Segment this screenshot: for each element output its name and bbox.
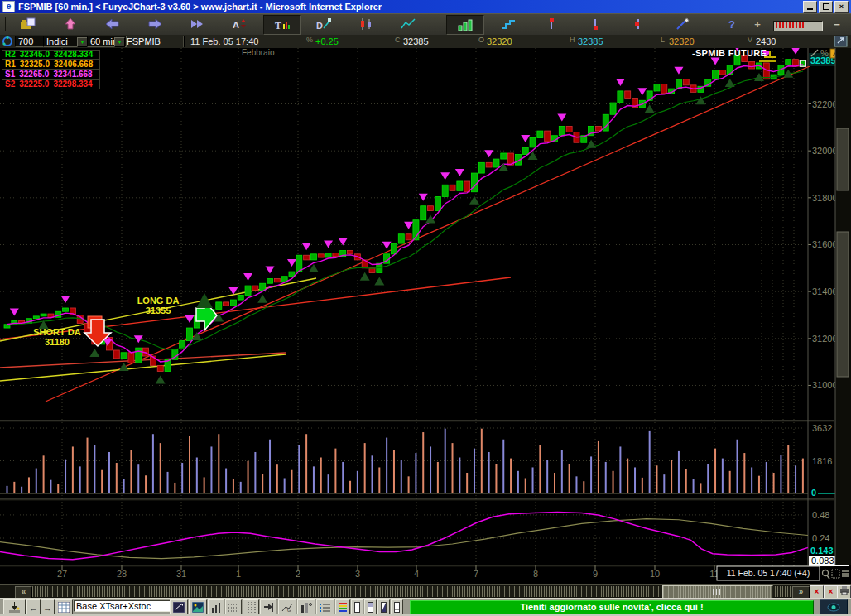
application-window: e FSPMIB [60 min.] < FuryoJChart-3 v3.60… bbox=[0, 0, 851, 616]
svg-text:31800: 31800 bbox=[812, 193, 838, 203]
double-arrow-icon bbox=[189, 17, 205, 31]
scrollbar-prev-button[interactable]: « bbox=[15, 586, 32, 599]
bar-chart-icon bbox=[456, 18, 474, 31]
open-chart-button[interactable] bbox=[10, 15, 46, 33]
template-combo-input[interactable] bbox=[74, 600, 171, 612]
arrow-into-icon bbox=[263, 602, 273, 613]
scroll-right-button[interactable] bbox=[137, 15, 173, 33]
text-indicator-button[interactable]: T bbox=[263, 15, 301, 35]
legend-row-s1: S132265.032341.668 bbox=[2, 70, 100, 79]
svg-text:9: 9 bbox=[593, 569, 598, 579]
thumb-grip-icon bbox=[713, 589, 723, 595]
news-banner-link[interactable]: Tieniti aggiornato sulle novita', clicca… bbox=[410, 600, 814, 614]
right-arrow-icon bbox=[147, 17, 163, 31]
scroll-left-button[interactable] bbox=[94, 15, 131, 33]
panel-outline-icon bbox=[354, 602, 360, 613]
pivot-legend: R232345.032428.334 R132325.032406.668 S1… bbox=[2, 50, 100, 89]
zoom-in-button[interactable]: + bbox=[745, 15, 770, 33]
bottom-toolbar: ← → G Ti bbox=[0, 598, 851, 615]
minimize-button[interactable] bbox=[803, 1, 817, 13]
expand-icon[interactable] bbox=[834, 36, 848, 47]
close-value: 32385 bbox=[403, 36, 429, 46]
timeframe-select[interactable]: 60 min▼ bbox=[87, 36, 127, 47]
fast-forward-button[interactable] bbox=[179, 15, 215, 33]
up-arrow-icon bbox=[62, 17, 79, 31]
chevron-down-icon[interactable]: ▼ bbox=[114, 37, 125, 47]
cols-grid-button[interactable] bbox=[243, 599, 259, 615]
divider bbox=[183, 36, 185, 47]
histogram-button[interactable] bbox=[208, 599, 224, 615]
pen-tool-button[interactable] bbox=[664, 15, 700, 33]
chart-canvas[interactable]: 3220032000318003160031400312003100036321… bbox=[0, 48, 851, 584]
panel-layout-4-button[interactable] bbox=[391, 599, 403, 615]
color-scheme-button[interactable] bbox=[335, 599, 350, 615]
svg-text:4: 4 bbox=[414, 569, 419, 579]
banner-toggle-button[interactable] bbox=[820, 599, 848, 615]
svg-text:10: 10 bbox=[650, 569, 660, 579]
main-toolbar: A T D ? + − bbox=[0, 13, 851, 36]
rows-grid-button[interactable] bbox=[225, 599, 242, 615]
upload-button[interactable] bbox=[52, 15, 89, 33]
marker-bottom-icon bbox=[587, 17, 603, 31]
svg-text:31600: 31600 bbox=[812, 239, 838, 249]
printer-icon bbox=[839, 586, 849, 595]
title-bar[interactable]: e FSPMIB [60 min.] < FuryoJChart-3 v3.60… bbox=[0, 0, 851, 13]
step-line-icon bbox=[500, 17, 517, 31]
scrollbar-next-button[interactable]: » bbox=[792, 586, 810, 599]
percent-scale-button[interactable] bbox=[297, 599, 315, 615]
zoom-slider[interactable] bbox=[773, 21, 823, 31]
list-button[interactable] bbox=[316, 599, 334, 615]
draw-line-icon: D bbox=[315, 17, 332, 31]
panel-split-icon bbox=[381, 602, 387, 613]
line-style-button[interactable] bbox=[390, 15, 426, 33]
panel-layout-3-button[interactable] bbox=[377, 599, 390, 615]
export-button[interactable] bbox=[3, 599, 26, 615]
svg-text:31400: 31400 bbox=[812, 286, 838, 296]
svg-text:0.083: 0.083 bbox=[811, 556, 834, 565]
snap-to-button[interactable] bbox=[260, 599, 276, 615]
market-select[interactable]: Indici▼ bbox=[43, 36, 89, 47]
window-title: FSPMIB [60 min.] < FuryoJChart-3 v3.60 >… bbox=[18, 2, 382, 12]
autoscale-button[interactable]: A bbox=[221, 15, 257, 33]
svg-text:0.24: 0.24 bbox=[812, 533, 829, 543]
panel-layout-1-button[interactable] bbox=[351, 599, 363, 615]
series-title: -SPMIB FUTURE bbox=[692, 48, 767, 58]
close-label: C bbox=[395, 36, 401, 44]
autoscale-icon: A bbox=[231, 17, 248, 31]
grid-view-button[interactable] bbox=[55, 599, 73, 615]
log-scale-button[interactable]: G bbox=[278, 599, 296, 615]
marker-top-icon bbox=[543, 17, 560, 31]
step-style-button[interactable] bbox=[490, 15, 526, 33]
svg-text:T: T bbox=[275, 20, 281, 31]
svg-text:G: G bbox=[287, 608, 291, 613]
panel-layout-2-button[interactable] bbox=[364, 599, 377, 615]
marker-mid-button[interactable] bbox=[620, 15, 656, 33]
counter-field: 700 bbox=[15, 36, 46, 47]
forward-button[interactable]: → bbox=[41, 599, 55, 615]
restore-button[interactable] bbox=[819, 1, 833, 13]
ie-document-icon: e bbox=[2, 1, 15, 12]
snapshot-button[interactable] bbox=[189, 599, 207, 615]
percent-bars-icon bbox=[300, 602, 312, 613]
dotted-rows-icon bbox=[228, 602, 238, 613]
svg-text:31000: 31000 bbox=[812, 380, 838, 390]
bar-style-button[interactable] bbox=[446, 15, 484, 35]
loading-spinner-icon bbox=[2, 36, 13, 47]
back-button[interactable]: ← bbox=[26, 599, 41, 615]
pct-label: % bbox=[306, 36, 313, 44]
marker-low-button[interactable] bbox=[577, 15, 613, 33]
toolbar-grip[interactable] bbox=[2, 17, 6, 31]
svg-text:0: 0 bbox=[811, 488, 816, 498]
zoom-out-button[interactable]: − bbox=[825, 15, 849, 33]
close-button[interactable]: × bbox=[834, 1, 849, 13]
candlestick-style-button[interactable] bbox=[348, 15, 384, 33]
folder-chart-icon bbox=[20, 17, 36, 31]
dotted-columns-icon bbox=[246, 602, 256, 613]
svg-text:11 Feb. 05 17:40 (+4): 11 Feb. 05 17:40 (+4) bbox=[727, 568, 810, 578]
pointer-chart-button[interactable] bbox=[170, 599, 188, 615]
svg-text:2: 2 bbox=[296, 569, 300, 579]
marker-high-button[interactable] bbox=[533, 15, 570, 33]
svg-text:0.48: 0.48 bbox=[812, 510, 829, 520]
draw-mode-button[interactable]: D bbox=[305, 15, 342, 33]
scrollbar-thumb[interactable] bbox=[662, 585, 773, 599]
